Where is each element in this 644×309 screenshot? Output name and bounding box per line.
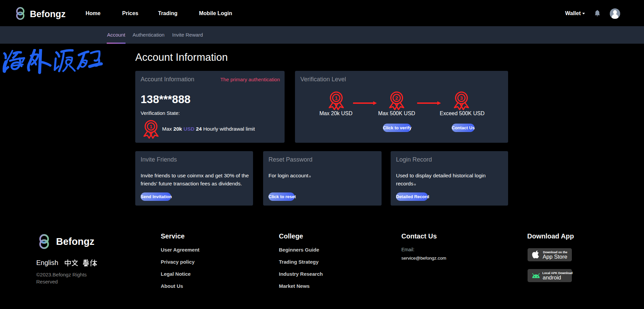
svg-text:3: 3: [460, 95, 463, 101]
svg-text:1: 1: [150, 124, 152, 129]
svg-text:1: 1: [335, 95, 338, 101]
svg-text:2: 2: [395, 95, 398, 101]
